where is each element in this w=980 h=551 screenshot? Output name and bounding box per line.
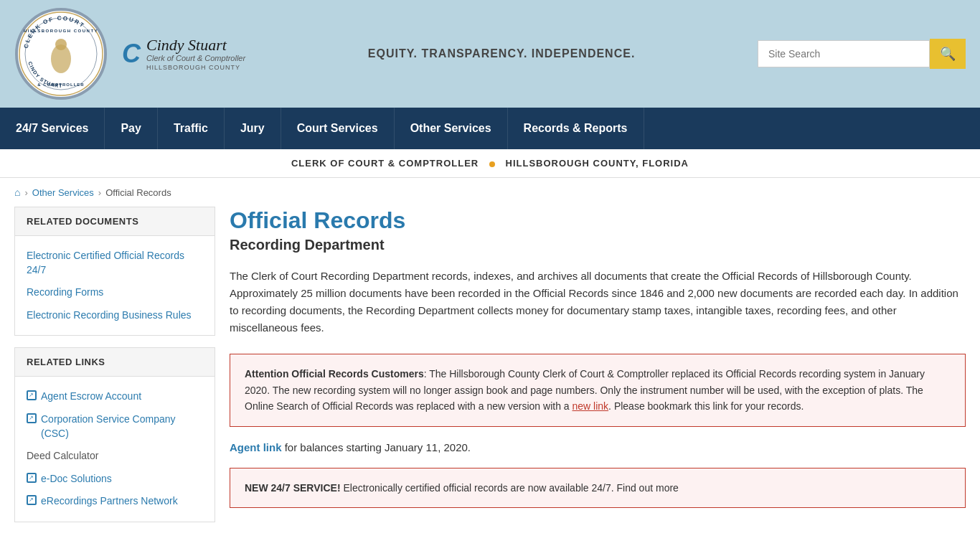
sidebar: RELATED DOCUMENTS Electronic Certified O… (14, 207, 215, 534)
svg-point-7 (55, 39, 67, 50)
external-link-icon-eds (27, 473, 37, 483)
breadcrumb-dot (489, 161, 495, 167)
brand-county: HILLSBOROUGH COUNTY (146, 64, 245, 71)
external-link-icon-aea (27, 390, 37, 400)
agent-link[interactable]: Agent link (230, 441, 282, 453)
alert-box: Attention Official Records Customers: Th… (230, 354, 966, 426)
search-bar: 🔍 (758, 39, 966, 69)
page-subtitle: Recording Department (230, 237, 966, 253)
nav-item-pay[interactable]: Pay (105, 108, 157, 149)
external-link-icon-csc (27, 413, 37, 423)
related-documents-title: RELATED DOCUMENTS (15, 207, 215, 236)
nav-item-traffic[interactable]: Traffic (158, 108, 225, 149)
nav-item-jury[interactable]: Jury (225, 108, 281, 149)
related-links-content: Agent Escrow Account Corporation Service… (15, 377, 215, 522)
search-button[interactable]: 🔍 (930, 39, 966, 69)
content-body: The Clerk of Court Recording Department … (230, 268, 966, 336)
related-links-title: RELATED LINKS (15, 348, 215, 377)
service-box-bold: NEW 24/7 SERVICE! (245, 482, 341, 494)
search-input[interactable] (758, 40, 930, 67)
sidebar-link-ecor[interactable]: Electronic Certified Official Records 24… (27, 245, 203, 281)
alert-text2: . Please bookmark this link for your rec… (608, 400, 804, 412)
site-logo: CLERK OF COURT CINDY STUART HILLSBOROUGH… (14, 7, 108, 100)
related-links-box: RELATED LINKS Agent Escrow Account Corpo… (14, 347, 215, 522)
page-breadcrumb: ⌂ › Other Services › Official Records (0, 178, 980, 207)
sidebar-link-epn[interactable]: eRecordings Partners Network (27, 490, 203, 513)
breadcrumb-other-services[interactable]: Other Services (32, 187, 94, 198)
sidebar-link-erbr[interactable]: Electronic Recording Business Rules (27, 304, 203, 327)
sidebar-link-csc[interactable]: Corporation Service Company (CSC) (27, 408, 203, 445)
service-box-text: Electronically certified official record… (341, 482, 679, 494)
org-name-right: HILLSBOROUGH COUNTY, FLORIDA (506, 158, 689, 169)
nav-item-247[interactable]: 24/7 Services (0, 108, 105, 149)
site-header: CLERK OF COURT CINDY STUART HILLSBOROUGH… (0, 0, 980, 108)
breadcrumb-current: Official Records (105, 187, 171, 198)
svg-text:& COMPTROLLER: & COMPTROLLER (37, 83, 84, 87)
nav-item-other[interactable]: Other Services (395, 108, 508, 149)
brand-name: Cindy Stuart (146, 37, 245, 54)
sidebar-link-dc[interactable]: Deed Calculator (27, 445, 203, 468)
related-documents-content: Electronic Certified Official Records 24… (15, 236, 215, 335)
org-breadcrumb-bar: CLERK OF COURT & COMPTROLLER HILLSBOROUG… (0, 149, 980, 178)
header-tagline: EQUITY. TRANSPARENCY. INDEPENDENCE. (260, 47, 743, 60)
main-layout: RELATED DOCUMENTS Electronic Certified O… (0, 207, 980, 548)
external-link-icon-epn (27, 495, 37, 505)
nav-item-court[interactable]: Court Services (281, 108, 395, 149)
main-nav: 24/7 Services Pay Traffic Jury Court Ser… (0, 108, 980, 149)
chevron-icon-2: › (98, 187, 101, 198)
related-documents-box: RELATED DOCUMENTS Electronic Certified O… (14, 207, 215, 336)
sidebar-link-eds[interactable]: e-Doc Solutions (27, 468, 203, 491)
service-box: NEW 24/7 SERVICE! Electronically certifi… (230, 468, 966, 508)
agent-link-section: Agent link for balances starting January… (230, 441, 966, 453)
brand-block: C Cindy Stuart Clerk of Court & Comptrol… (122, 37, 245, 71)
nav-item-records[interactable]: Records & Reports (508, 108, 644, 149)
agent-link-text: for balances starting January 11, 2020. (282, 441, 471, 453)
alert-bold: Attention Official Records Customers (245, 368, 424, 380)
org-name-left: CLERK OF COURT & COMPTROLLER (291, 158, 479, 169)
brand-title: Clerk of Court & Comptroller (146, 54, 245, 62)
sidebar-link-rf[interactable]: Recording Forms (27, 281, 203, 304)
page-title: Official Records (230, 207, 966, 234)
home-icon[interactable]: ⌂ (14, 187, 20, 198)
alert-link[interactable]: new link (573, 400, 609, 412)
chevron-icon-1: › (24, 187, 27, 198)
sidebar-link-aea[interactable]: Agent Escrow Account (27, 385, 203, 408)
brand-c-icon: C (122, 39, 141, 69)
main-content: Official Records Recording Department Th… (230, 207, 966, 508)
svg-text:HILLSBOROUGH COUNTY: HILLSBOROUGH COUNTY (24, 29, 98, 33)
